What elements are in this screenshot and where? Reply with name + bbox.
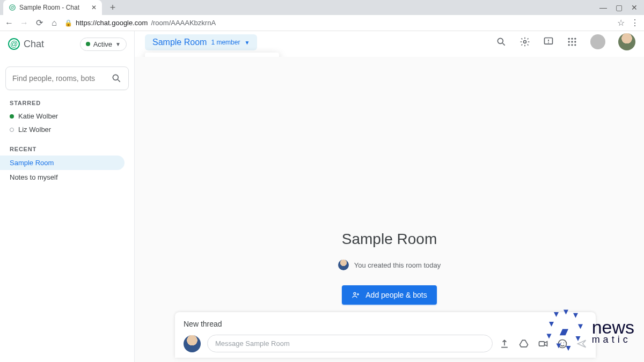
recent-room[interactable]: Notes to myself — [0, 170, 125, 184]
settings-gear-icon[interactable] — [519, 36, 530, 47]
window-controls: — ▢ ✕ — [599, 0, 644, 15]
room-created-row: You created this room today — [135, 260, 644, 270]
svg-point-14 — [571, 41, 573, 42]
composer: New thread Message Sample Room — [175, 312, 596, 358]
recent-room-label: Notes to myself — [10, 173, 58, 181]
starred-person[interactable]: Liz Wolber — [0, 123, 134, 136]
presence-selector[interactable]: Active ▼ — [80, 38, 127, 51]
reload-icon[interactable]: ⟳ — [34, 18, 44, 28]
svg-point-33 — [561, 342, 562, 343]
browser-tab[interactable]: @ Sample Room - Chat ✕ — [3, 0, 102, 15]
sidebar: STARRED Katie Wolber Liz Wolber RECENT S… — [0, 57, 134, 362]
presence-label: Active — [93, 40, 112, 48]
home-icon[interactable]: ⌂ — [49, 18, 59, 28]
search-icon — [111, 73, 122, 84]
presence-offline-icon — [10, 128, 14, 132]
svg-rect-31 — [539, 341, 545, 345]
lock-icon: 🔒 — [64, 19, 72, 27]
svg-point-12 — [574, 38, 576, 40]
feedback-icon[interactable] — [543, 36, 554, 47]
back-icon[interactable]: ← — [4, 18, 14, 28]
person-name: Liz Wolber — [18, 125, 51, 134]
sidebar-search[interactable] — [5, 67, 129, 90]
room-header-dropdown-trigger[interactable]: Sample Room 1 member ▼ — [145, 34, 257, 50]
browser-toolbar: ← → ⟳ ⌂ 🔒 https://chat.google.com/room/A… — [0, 15, 644, 31]
minimize-icon[interactable]: — — [599, 3, 607, 12]
chat-favicon-icon: @ — [9, 4, 16, 11]
svg-point-10 — [568, 38, 570, 40]
chevron-down-icon: ▼ — [244, 40, 250, 46]
svg-point-17 — [571, 44, 573, 46]
apps-grid-icon[interactable] — [567, 36, 577, 47]
room-title: Sample Room — [152, 38, 207, 47]
address-bar[interactable]: 🔒 https://chat.google.com/room/AAAAKbzkr… — [64, 19, 612, 27]
url-host: https://chat.google.com — [76, 19, 148, 27]
search-icon[interactable] — [496, 36, 507, 47]
svg-point-16 — [568, 44, 570, 46]
svg-point-11 — [571, 38, 573, 40]
recent-section-label: RECENT — [0, 136, 134, 156]
video-meeting-icon[interactable] — [538, 338, 548, 349]
drive-icon[interactable] — [518, 338, 529, 349]
tab-title: Sample Room - Chat — [19, 4, 79, 11]
maximize-icon[interactable]: ▢ — [616, 3, 623, 12]
person-add-icon — [352, 291, 360, 299]
tab-close-icon[interactable]: ✕ — [91, 4, 97, 11]
recent-room-label: Sample Room — [10, 159, 54, 167]
svg-point-13 — [568, 41, 570, 42]
svg-text:@: @ — [10, 40, 18, 48]
app-sidebar-header: @ Chat Active ▼ — [0, 31, 134, 57]
add-people-label: Add people & bots — [365, 291, 427, 299]
forward-icon[interactable]: → — [19, 18, 29, 28]
starred-section-label: STARRED — [0, 90, 134, 109]
svg-point-9 — [548, 42, 549, 43]
upload-icon[interactable] — [499, 338, 510, 349]
account-avatar[interactable] — [618, 33, 635, 50]
room-member-count: 1 member — [211, 39, 240, 46]
browser-tab-strip: @ Sample Room - Chat ✕ + — ▢ ✕ — [0, 0, 644, 15]
room-created-text: You created this room today — [354, 261, 441, 269]
message-placeholder: Message Sample Room — [215, 339, 290, 348]
svg-point-34 — [564, 342, 565, 343]
svg-point-6 — [524, 41, 526, 43]
close-window-icon[interactable]: ✕ — [631, 3, 638, 12]
svg-point-32 — [559, 339, 567, 348]
chat-logo-icon: @ — [8, 38, 20, 50]
composer-actions — [499, 338, 587, 349]
starred-person[interactable]: Katie Wolber — [0, 109, 134, 123]
send-icon[interactable] — [576, 338, 587, 349]
svg-text:@: @ — [10, 5, 14, 9]
notifications-icon[interactable] — [590, 34, 605, 49]
emoji-icon[interactable] — [557, 338, 568, 349]
chevron-down-icon: ▼ — [115, 41, 121, 47]
person-name: Katie Wolber — [18, 112, 58, 120]
app-header-actions — [496, 33, 635, 50]
composer-avatar — [184, 335, 201, 352]
svg-point-18 — [574, 44, 576, 46]
url-path: /room/AAAAKbzkrnA — [151, 19, 216, 27]
svg-point-15 — [574, 41, 576, 42]
presence-online-icon — [10, 114, 14, 119]
add-people-button[interactable]: Add people & bots — [342, 285, 436, 305]
recent-room[interactable]: Sample Room — [0, 156, 125, 170]
creator-avatar — [338, 260, 349, 270]
presence-dot-icon — [86, 42, 90, 46]
svg-line-5 — [503, 43, 505, 46]
chat-logo[interactable]: @ Chat — [8, 38, 44, 50]
svg-line-20 — [118, 80, 120, 82]
new-thread-label: New thread — [184, 320, 587, 328]
new-tab-button[interactable]: + — [106, 0, 119, 15]
bookmark-star-icon[interactable]: ☆ — [617, 18, 625, 28]
svg-point-4 — [497, 38, 503, 43]
search-input[interactable] — [12, 74, 111, 83]
svg-point-28 — [354, 292, 356, 294]
browser-menu-icon[interactable]: ⋮ — [630, 18, 640, 28]
product-name: Chat — [24, 39, 44, 50]
room-heading: Sample Room — [135, 231, 644, 248]
message-input[interactable]: Message Sample Room — [207, 335, 493, 352]
svg-point-19 — [113, 75, 118, 80]
